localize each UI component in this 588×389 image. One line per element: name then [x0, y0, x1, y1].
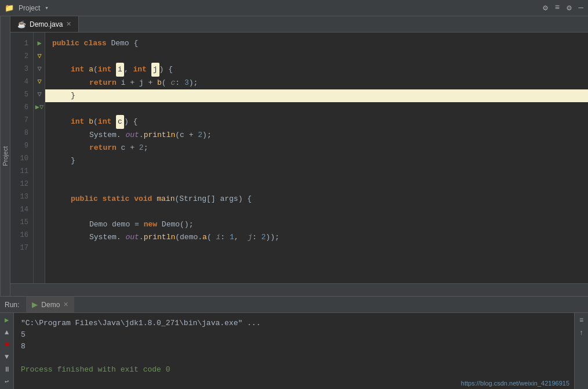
editor-footer: Demo	[10, 283, 588, 296]
top-bar-dropdown[interactable]: ▾	[45, 4, 49, 12]
top-bar-title: Project	[19, 4, 40, 12]
kw-static-13: static	[103, 193, 135, 206]
out-8: out	[125, 129, 139, 142]
run-up-btn[interactable]: ▲	[2, 327, 12, 337]
demo-decl: Demo demo =	[89, 218, 144, 231]
ln-15: 15	[10, 216, 33, 229]
code-line-12	[52, 180, 588, 193]
gutter-13[interactable]: ▶▽	[34, 101, 45, 114]
run-sidebar-left: ▶ ▲ ■ ▼ ⏸ ↩	[0, 313, 14, 389]
fn-a: a	[89, 63, 93, 76]
run-play-btn[interactable]: ▶	[2, 315, 12, 325]
main-area: Project ▾ 📁 JVM E:\java_project\JVM ▶ 📁 …	[0, 16, 588, 296]
settings-icon[interactable]: ⚙	[543, 3, 547, 13]
run-right-btn1[interactable]: ≡	[576, 315, 587, 326]
colon-c: :	[175, 77, 184, 89]
kw-int-c: int	[98, 116, 116, 128]
kw-class: class	[84, 37, 111, 50]
println-16: println	[144, 231, 176, 244]
ln-12: 12	[10, 178, 33, 190]
run-output-5: 5	[21, 329, 449, 341]
ln-1: 1	[10, 37, 33, 50]
top-bar-icons: ⚙ ≡ ⚙ —	[543, 3, 583, 13]
kw-return-b: return	[89, 142, 121, 154]
menu-icon[interactable]: ≡	[555, 3, 560, 13]
code-area[interactable]: public class Demo { int a ( int i , int	[45, 33, 588, 283]
code-line-8: System. out . println (c + 2 );	[52, 129, 588, 142]
ln-5: 5	[10, 88, 33, 101]
fn-b-call: b	[157, 77, 162, 89]
ln-16: 16	[10, 229, 33, 242]
paren-close-b: );	[189, 77, 198, 89]
code-line-4: return i + j + b ( c : 3 );	[52, 77, 588, 89]
run-right-btn2[interactable]: ↑	[576, 328, 587, 338]
brace-close-b: }	[71, 154, 75, 167]
brace-close-a: }	[71, 89, 75, 102]
kw-int-i: int	[98, 63, 116, 76]
editor-tabs: ☕ Demo.java ✕	[10, 16, 588, 33]
run-tab-label: Demo	[41, 301, 60, 309]
fn-b: b	[89, 116, 93, 128]
code-line-1: public class Demo {	[52, 37, 588, 50]
tab-close-btn[interactable]: ✕	[66, 20, 71, 28]
gutter-1[interactable]: ▶	[34, 37, 45, 50]
colon-j-16: :	[252, 231, 262, 244]
kw-void-13: void	[134, 193, 157, 206]
run-finish-line: Process finished with exit code 0	[21, 364, 449, 376]
num-1-16: 1	[230, 231, 234, 244]
run-down-btn[interactable]: ▼	[2, 352, 12, 362]
code-line-6	[52, 102, 588, 115]
gutter-10[interactable]: ▽	[34, 88, 45, 101]
code-line-3: int a ( int i , int j ) {	[52, 63, 588, 77]
kw-int-a: int	[71, 63, 89, 76]
gutter-7[interactable]: ▽	[34, 75, 45, 88]
run-stop-btn[interactable]: ■	[2, 340, 12, 350]
gutter: ▶ ▽ ▽ ▽ ▽ ▶▽	[34, 33, 45, 283]
code-line-5: }	[45, 89, 588, 102]
run-sidebar-right: ≡ ↑	[574, 313, 588, 389]
comma-a: ,	[124, 63, 133, 76]
return-c: c +	[121, 142, 139, 154]
code-line-15: Demo demo = new Demo();	[52, 218, 588, 231]
ln-2: 2	[10, 50, 33, 63]
dot-16: .	[139, 231, 144, 244]
run-wrap-btn[interactable]: ↩	[2, 377, 12, 387]
ln-8: 8	[10, 127, 33, 139]
code-line-13: public static void main (String[] args) …	[52, 193, 588, 206]
param-c: c	[116, 115, 124, 129]
run-panel: Run: ▶ Demo ✕ ▶ ▲ ■ ▼ ⏸ ↩ "C:\Program Fi…	[0, 296, 588, 389]
run-url[interactable]: https://blog.csdn.net/weixin_42196915	[461, 380, 569, 387]
demo-constructor: Demo();	[162, 218, 194, 231]
run-tab-close[interactable]: ✕	[63, 301, 68, 308]
kw-return-a: return	[89, 77, 121, 89]
ln-10: 10	[10, 152, 33, 165]
println-args-8: (c +	[175, 129, 198, 142]
code-line-9: return c + 2 ;	[52, 142, 588, 154]
paren-close-8: );	[202, 129, 212, 142]
run-tab-demo[interactable]: ▶ Demo ✕	[26, 297, 74, 312]
ide-container: 📁 Project ▾ ⚙ ≡ ⚙ — Project ▾ 📁 JVM E:\j…	[0, 0, 588, 389]
tab-demo-java[interactable]: ☕ Demo.java ✕	[10, 16, 79, 32]
gear-icon[interactable]: ⚙	[567, 3, 571, 13]
ln-13: 13	[10, 190, 33, 203]
java-tab-icon: ☕	[17, 20, 26, 28]
minimize-icon[interactable]: —	[579, 3, 583, 13]
gutter-5[interactable]: ▽	[34, 63, 45, 75]
close-16: ));	[266, 231, 279, 244]
run-pause-btn[interactable]: ⏸	[2, 365, 12, 374]
semicolon-9: ;	[144, 142, 148, 154]
ln-7: 7	[10, 114, 33, 127]
fn-main: main	[157, 193, 175, 206]
editor-content: 1 2 3 4 5 6 7 8 9 10 11 12 13 14 15 16 1	[10, 33, 588, 283]
ln-4: 4	[10, 75, 33, 88]
line-numbers: 1 2 3 4 5 6 7 8 9 10 11 12 13 14 15 16 1	[10, 33, 34, 283]
brace-1: {	[133, 37, 138, 50]
paren-open-a: (	[93, 63, 98, 76]
brace-open-b: {	[129, 116, 138, 128]
gutter-3[interactable]: ▽	[34, 50, 45, 63]
main-args: (String[] args) {	[175, 193, 252, 206]
num-2-16: 2	[262, 231, 266, 244]
run-label: Run:	[5, 301, 19, 309]
run-tab-icon: ▶	[32, 300, 38, 309]
code-line-11	[52, 167, 588, 180]
